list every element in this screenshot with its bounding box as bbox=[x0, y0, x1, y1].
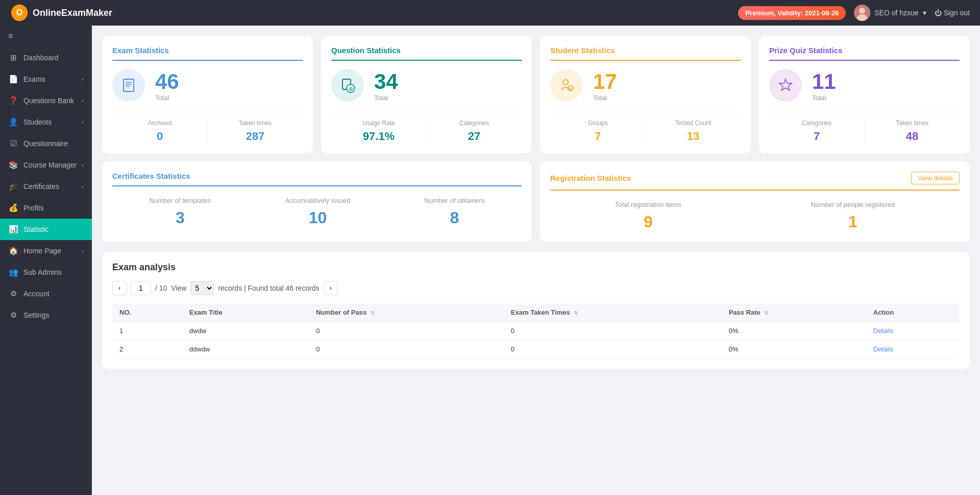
tested-val: 13 bbox=[646, 130, 741, 143]
sidebar-item-students[interactable]: 👤 Students ‹ bbox=[0, 111, 92, 133]
cert-templates: Number of templates 3 bbox=[150, 197, 211, 227]
cert-obtainers: Number of obtainers 8 bbox=[425, 197, 485, 227]
exams-icon: 📄 bbox=[8, 75, 18, 84]
prize-quiz-categories: Categories 7 bbox=[769, 120, 864, 143]
records-per-page-select[interactable]: 5 10 20 50 bbox=[190, 281, 214, 295]
question-statistics-title: Question Statistics bbox=[331, 46, 522, 61]
profits-icon: 💰 bbox=[8, 203, 18, 213]
cell-action[interactable]: Details bbox=[866, 322, 960, 340]
question-icon: ⚙ bbox=[331, 69, 364, 102]
reg-people-val: 1 bbox=[811, 213, 895, 231]
dashboard-icon: ⊞ bbox=[8, 53, 18, 62]
prize-quiz-total-label: Total bbox=[812, 94, 836, 102]
reg-items-val: 9 bbox=[615, 213, 681, 231]
sub-admins-icon: 👥 bbox=[8, 268, 18, 277]
user-info[interactable]: SEO of hzxue ▾ bbox=[854, 5, 926, 21]
student-statistics-title: Student Statistics bbox=[550, 46, 741, 61]
obtainers-label: Number of obtainers bbox=[425, 197, 485, 204]
view-details-button[interactable]: View details bbox=[911, 172, 960, 184]
col-rate: Pass Rate ⇅ bbox=[722, 303, 866, 322]
svg-point-12 bbox=[563, 80, 568, 85]
exam-analysis-table: NO. Exam Title Number of Pass ⇅ Exam Tak… bbox=[112, 303, 960, 359]
sidebar-item-label: Certificates bbox=[23, 182, 59, 191]
sidebar-item-account[interactable]: ⚙ Account bbox=[0, 283, 92, 304]
issued-label: Accumulatively issued bbox=[285, 197, 351, 204]
exam-total-label: Total bbox=[155, 94, 179, 102]
sidebar-item-profits[interactable]: 💰 Profits bbox=[0, 197, 92, 219]
exam-icon bbox=[112, 69, 145, 102]
chevron-right-icon: ‹ bbox=[82, 162, 84, 168]
second-row: Certificates Statistics Number of templa… bbox=[102, 161, 970, 242]
cell-pass: 0 bbox=[309, 322, 504, 340]
exam-taken: Taken times 287 bbox=[207, 120, 303, 143]
prev-page-button[interactable]: ‹ bbox=[112, 281, 127, 295]
prize-quiz-total-num: 11 bbox=[812, 69, 836, 94]
sidebar-item-settings[interactable]: ⚙ Settings bbox=[0, 304, 92, 326]
sort-icon: ⇅ bbox=[574, 310, 578, 316]
reg-people-label: Number of people registered bbox=[811, 201, 895, 208]
sidebar-item-questionnaire[interactable]: ☑ Questionnaire bbox=[0, 133, 92, 154]
sidebar: ≡ ⊞ Dashboard 📄 Exams ‹ ❓ Questions Bank… bbox=[0, 26, 92, 495]
exam-stats-main: 46 Total bbox=[112, 69, 303, 102]
sidebar-item-dashboard[interactable]: ⊞ Dashboard bbox=[0, 47, 92, 68]
details-link[interactable]: Details bbox=[873, 327, 894, 335]
question-total-group: 34 Total bbox=[374, 69, 398, 102]
student-tested: Tested Count 13 bbox=[645, 120, 741, 143]
question-total-label: Total bbox=[374, 94, 398, 102]
sidebar-item-label: Sub Admins bbox=[23, 268, 62, 276]
certificates-statistics-card: Certificates Statistics Number of templa… bbox=[102, 161, 532, 242]
sidebar-item-sub-admins[interactable]: 👥 Sub Admins bbox=[0, 262, 92, 283]
chevron-down-icon: ▾ bbox=[923, 9, 926, 17]
student-total-label: Total bbox=[593, 94, 617, 102]
signout-button[interactable]: ⏻ Sign out bbox=[935, 9, 970, 17]
topbar: O OnlineExamMaker Premium, Validity: 202… bbox=[0, 0, 980, 26]
sidebar-item-questions-bank[interactable]: ❓ Questions Bank ‹ bbox=[0, 90, 92, 111]
sidebar-item-label: Questions Bank bbox=[23, 97, 74, 105]
cert-issued: Accumulatively issued 10 bbox=[285, 197, 351, 227]
sidebar-item-certificates[interactable]: 🎓 Certificates ‹ bbox=[0, 176, 92, 197]
col-no: NO. bbox=[112, 303, 182, 322]
student-groups: Groups 7 bbox=[550, 120, 645, 143]
prize-quiz-icon bbox=[769, 69, 802, 102]
prize-quiz-total-group: 11 Total bbox=[812, 69, 836, 102]
sidebar-item-label: Questionnaire bbox=[23, 139, 68, 148]
questions-bank-icon: ❓ bbox=[8, 96, 18, 105]
student-icon: ⚙ bbox=[550, 69, 583, 102]
pq-categories-val: 7 bbox=[769, 130, 864, 143]
reg-people: Number of people registered 1 bbox=[811, 201, 895, 231]
student-sub-row: Groups 7 Tested Count 13 bbox=[550, 112, 741, 143]
statistic-icon: 📊 bbox=[8, 225, 18, 234]
cell-pass: 0 bbox=[309, 340, 504, 359]
exam-statistics-card: Exam Statistics 46 Total Archived 0 bbox=[102, 36, 313, 153]
sidebar-item-exams[interactable]: 📄 Exams ‹ bbox=[0, 68, 92, 90]
cert-stats-row: Number of templates 3 Accumulatively iss… bbox=[112, 197, 522, 227]
details-link[interactable]: Details bbox=[873, 345, 894, 353]
sort-icon: ⇅ bbox=[371, 310, 375, 316]
issued-val: 10 bbox=[285, 208, 351, 227]
prize-quiz-statistics-title: Prize Quiz Statistics bbox=[769, 46, 960, 61]
cell-rate: 0% bbox=[722, 322, 866, 340]
records-label: records | Found total 46 records bbox=[218, 284, 319, 292]
cell-action[interactable]: Details bbox=[866, 340, 960, 359]
sidebar-item-home-page[interactable]: 🏠 Home Page ‹ bbox=[0, 240, 92, 262]
question-categories: Categories 27 bbox=[426, 120, 522, 143]
next-page-button[interactable]: › bbox=[324, 281, 338, 295]
taken-val: 287 bbox=[208, 130, 303, 143]
question-total-num: 34 bbox=[374, 69, 398, 94]
certificates-icon: 🎓 bbox=[8, 182, 18, 191]
page-number-input[interactable] bbox=[131, 281, 151, 295]
sidebar-item-statistic[interactable]: 📊 Statistic bbox=[0, 219, 92, 240]
student-total-num: 17 bbox=[593, 69, 617, 94]
svg-point-3 bbox=[859, 8, 865, 14]
registration-statistics-card: Registration Statistics View details Tot… bbox=[540, 161, 970, 242]
menu-toggle[interactable]: ≡ bbox=[0, 26, 92, 47]
sidebar-item-label: Home Page bbox=[23, 247, 61, 255]
templates-label: Number of templates bbox=[150, 197, 211, 204]
svg-text:O: O bbox=[16, 8, 23, 17]
sidebar-item-label: Statistic bbox=[23, 225, 48, 233]
sidebar-item-course-manager[interactable]: 📚 Course Manager ‹ bbox=[0, 154, 92, 176]
tested-label: Tested Count bbox=[646, 120, 741, 127]
cell-taken: 0 bbox=[504, 340, 722, 359]
taken-label: Taken times bbox=[208, 120, 303, 127]
col-pass: Number of Pass ⇅ bbox=[309, 303, 504, 322]
